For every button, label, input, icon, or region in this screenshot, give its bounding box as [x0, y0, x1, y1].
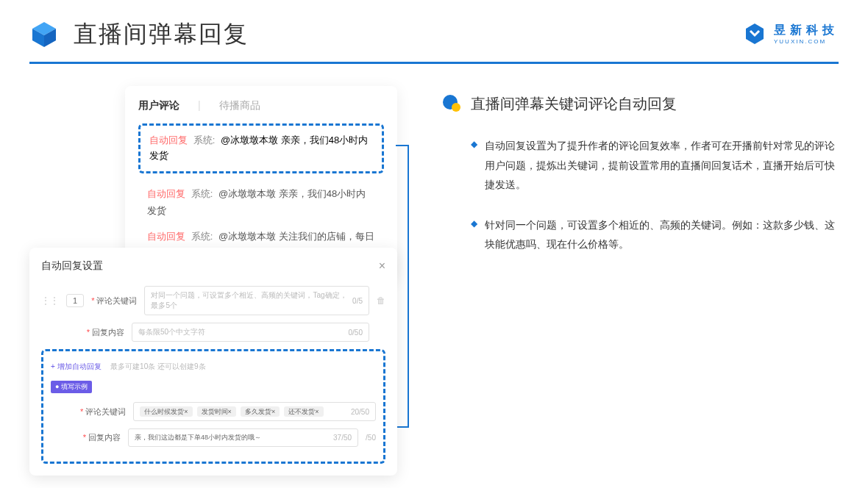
keyword-input[interactable]: 对同一个问题，可设置多个相近、高频的关键词，Tag确定，最多5个 0/5 — [144, 286, 369, 315]
diamond-icon: ◆ — [471, 139, 477, 195]
keyword-label: *评论关键词 — [91, 295, 137, 306]
highlighted-comment: 自动回复 系统: @冰墩墩本墩 亲亲，我们48小时内发货 — [138, 123, 384, 173]
brand-url: YUUXIN.COM — [774, 38, 839, 45]
tab-separator: | — [198, 99, 201, 112]
system-label: 系统: — [193, 134, 216, 146]
tab-comments[interactable]: 用户评论 — [138, 99, 179, 112]
cube-icon — [29, 20, 59, 49]
example-section: + 增加自动回复 最多可建10条 还可以创建9条 ● 填写示例 *评论关键词 什… — [41, 349, 385, 464]
brand-icon — [743, 22, 766, 46]
example-content-input[interactable]: 亲，我们这边都是下单48小时内发货的哦～ 37/50 — [128, 428, 358, 447]
add-reply-link[interactable]: + 增加自动回复 — [51, 362, 102, 370]
comment-row: 自动回复 系统: @冰墩墩本墩 亲亲，我们48小时内发货 — [138, 181, 384, 224]
connector-line — [396, 145, 409, 428]
diamond-icon: ◆ — [471, 218, 477, 254]
index-badge: 1 — [66, 294, 84, 307]
settings-modal: 自动回复设置 × ⋮⋮ 1 *评论关键词 对同一个问题，可设置多个相近、高频的关… — [29, 248, 397, 476]
close-icon[interactable]: × — [379, 259, 385, 273]
keyword-tag[interactable]: 多久发货× — [241, 406, 280, 417]
example-keyword-input[interactable]: 什么时候发货× 发货时间× 多久发货× 还不发货× 20/50 — [133, 402, 376, 421]
bullet-point: ◆ 自动回复设置为了提升作者的评论回复效率，作者可在开播前针对常见的评论用户问题… — [441, 136, 839, 195]
keyword-tag[interactable]: 什么时候发货× — [140, 406, 192, 417]
brand-name: 昱新科技 — [774, 23, 839, 38]
limit-hint: 最多可建10条 还可以创建9条 — [110, 362, 205, 370]
page-title: 直播间弹幕回复 — [74, 18, 249, 51]
delete-icon[interactable]: 🗑 — [377, 295, 385, 306]
drag-icon[interactable]: ⋮⋮ — [41, 295, 59, 306]
brand-logo-area: 昱新科技 YUUXIN.COM — [743, 22, 839, 46]
tab-products[interactable]: 待播商品 — [219, 99, 260, 112]
content-label: *回复内容 — [84, 327, 124, 338]
content-input[interactable]: 每条限50个中文字符 0/50 — [132, 323, 369, 342]
keyword-tag[interactable]: 发货时间× — [197, 406, 236, 417]
chat-icon — [441, 93, 462, 114]
section-title: 直播间弹幕关键词评论自动回复 — [471, 94, 677, 114]
bullet-point: ◆ 针对同一个问题，可设置多个相近的、高频的关键词。例如：这款多少钱、这块能优惠… — [441, 215, 839, 254]
auto-reply-tag: 自动回复 — [149, 134, 188, 146]
example-badge: ● 填写示例 — [51, 381, 92, 393]
svg-point-4 — [452, 103, 460, 112]
keyword-tag[interactable]: 还不发货× — [284, 406, 323, 417]
modal-title: 自动回复设置 — [41, 259, 103, 273]
